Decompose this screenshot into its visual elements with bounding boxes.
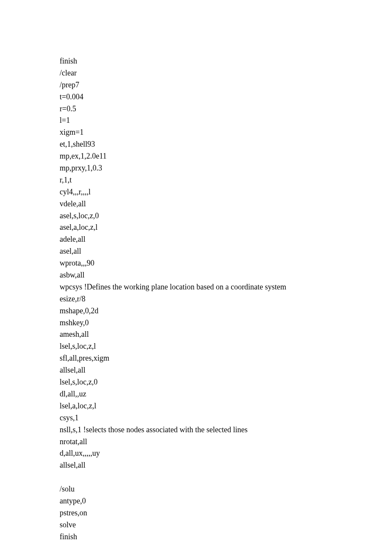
code-line: finish	[60, 531, 332, 543]
code-line: nsll,s,1 !selects those nodes associated…	[60, 424, 332, 436]
code-line: /solu	[60, 483, 332, 495]
code-line: mshape,0,2d	[60, 305, 332, 317]
code-line: /prep7	[60, 79, 332, 91]
code-line: wprota,,,90	[60, 257, 332, 269]
code-line: amesh,all	[60, 329, 332, 341]
code-line: asbw,all	[60, 269, 332, 281]
code-line: allsel,all	[60, 364, 332, 376]
code-line: nrotat,all	[60, 436, 332, 448]
code-line: mp,prxy,1,0.3	[60, 162, 332, 174]
code-line: mshkey,0	[60, 317, 332, 329]
code-line: d,all,ux,,,,,uy	[60, 448, 332, 460]
code-line: finish	[60, 55, 332, 67]
code-line: vdele,all	[60, 198, 332, 210]
code-line	[60, 543, 332, 555]
code-line: pstres,on	[60, 507, 332, 519]
code-line: solve	[60, 519, 332, 531]
code-line: csys,1	[60, 412, 332, 424]
code-line: xigm=1	[60, 127, 332, 139]
code-line: dl,all,,uz	[60, 388, 332, 400]
code-line: allsel,all	[60, 460, 332, 471]
code-line: esize,r/8	[60, 293, 332, 305]
code-line: l=1	[60, 115, 332, 127]
code-line: sfl,all,pres,xigm	[60, 353, 332, 364]
code-line: wpcsys !Defines the working plane locati…	[60, 281, 332, 293]
code-line: et,1,shell93	[60, 139, 332, 150]
code-line: asel,a,loc,z,l	[60, 222, 332, 234]
code-line: mp,ex,1,2.0e11	[60, 150, 332, 162]
code-line: lsel,s,loc,z,0	[60, 376, 332, 388]
code-line: r=0.5	[60, 103, 332, 115]
code-content: finish/clear/prep7t=0.004r=0.5l=1xigm=1e…	[60, 55, 332, 555]
code-line: asel,all	[60, 246, 332, 257]
code-line: lsel,a,loc,z,l	[60, 400, 332, 412]
code-line: adele,all	[60, 234, 332, 246]
code-line: cyl4,,,r,,,,l	[60, 186, 332, 198]
code-line: asel,s,loc,z,0	[60, 210, 332, 222]
code-line: lsel,s,loc,z,l	[60, 341, 332, 353]
code-line: antype,0	[60, 495, 332, 507]
code-line	[60, 471, 332, 483]
code-line: t=0.004	[60, 91, 332, 103]
code-line: /clear	[60, 67, 332, 79]
code-line: r,1,t	[60, 174, 332, 186]
